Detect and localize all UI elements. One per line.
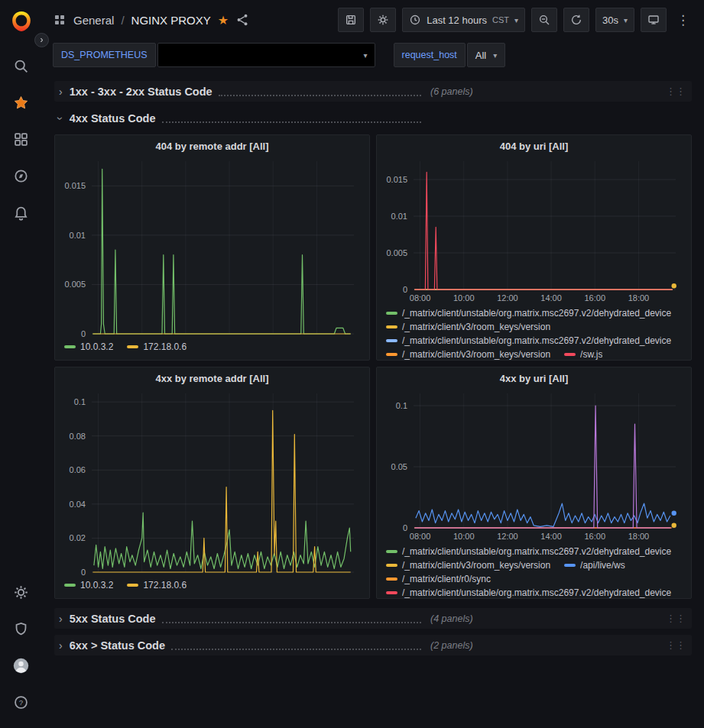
legend-swatch xyxy=(564,564,576,567)
legend-label: 10.0.3.2 xyxy=(80,580,113,590)
panel-chart-area: 08:0010:0012:0014:0016:0018:0000.050.1 xyxy=(377,386,691,543)
favorite-star-icon[interactable]: ★ xyxy=(218,13,229,28)
refresh-button[interactable] xyxy=(563,8,589,32)
row-drag-handle[interactable]: ⋮⋮ xyxy=(666,613,686,624)
dashboard-row-5xx[interactable]: › 5xx Status Code (4 panels) ⋮⋮ xyxy=(54,608,692,629)
datasource-select[interactable]: ▾ xyxy=(157,43,375,67)
sidebar-item-settings[interactable] xyxy=(6,577,37,607)
legend-item[interactable]: /_matrix/client/v3/room_keys/version xyxy=(386,560,550,571)
zoom-out-button[interactable] xyxy=(531,8,557,32)
row-drag-handle[interactable]: ⋮⋮ xyxy=(666,639,686,651)
legend-item[interactable]: /_matrix/client/v3/room_keys/version xyxy=(386,349,550,360)
timeseries-plot[interactable]: 08:0010:0012:0014:0016:0018:0000.0050.01… xyxy=(378,155,688,305)
refresh-interval-select[interactable]: 30s ▾ xyxy=(595,8,634,32)
panel-4xx-by-remote-addr: 4xx by remote addr [All] 08:0010:0012:00… xyxy=(54,367,370,599)
svg-text:0.02: 0.02 xyxy=(70,533,86,542)
legend-label: 10.0.3.2 xyxy=(80,341,113,352)
legend-item[interactable]: 172.18.0.6 xyxy=(127,341,187,352)
svg-text:0.1: 0.1 xyxy=(74,397,86,406)
grafana-logo-icon xyxy=(11,11,32,32)
legend-swatch xyxy=(564,353,576,356)
legend-item[interactable]: /api/live/ws xyxy=(564,560,625,571)
svg-text:0.1: 0.1 xyxy=(396,401,407,410)
dashboard-row-4xx[interactable]: › 4xx Status Code xyxy=(54,108,692,128)
svg-text:14:00: 14:00 xyxy=(540,532,562,541)
clock-icon xyxy=(409,14,421,26)
row-title-group: › 6xx > Status Code xyxy=(59,639,424,652)
chevron-right-icon: › xyxy=(59,86,63,98)
legend-item[interactable]: /_matrix/client/unstable/org.matrix.msc2… xyxy=(386,546,671,557)
sidebar-item-search[interactable] xyxy=(6,50,37,81)
save-dashboard-button[interactable] xyxy=(338,8,364,32)
legend-item[interactable]: /_matrix/client/unstable/org.matrix.msc2… xyxy=(386,587,671,598)
row-title-group: › 4xx Status Code xyxy=(59,112,424,125)
sidebar-item-help[interactable]: ? xyxy=(6,687,37,717)
svg-text:10:00: 10:00 xyxy=(453,293,475,303)
svg-text:0: 0 xyxy=(81,329,86,338)
more-options-button[interactable]: ⋮ xyxy=(673,12,693,28)
dashboard-settings-button[interactable] xyxy=(370,8,396,32)
legend-item[interactable]: /_matrix/client/unstable/org.matrix.msc2… xyxy=(386,308,671,319)
legend-item[interactable]: /sw.js xyxy=(564,349,602,360)
legend-swatch xyxy=(386,578,397,581)
legend-swatch xyxy=(386,591,397,594)
panel-title[interactable]: 4xx by uri [All] xyxy=(377,367,691,386)
sidebar-item-starred[interactable] xyxy=(6,87,37,118)
svg-text:10:00: 10:00 xyxy=(453,532,475,541)
panel-legend: /_matrix/client/unstable/org.matrix.msc2… xyxy=(377,305,691,360)
dashboard-title[interactable]: NGINX PROXY xyxy=(131,14,211,27)
avatar xyxy=(13,658,29,674)
request-host-variable-label[interactable]: request_host xyxy=(394,43,466,67)
time-range-label: Last 12 hours xyxy=(427,15,487,26)
request-host-select[interactable]: All ▾ xyxy=(467,43,505,67)
legend-item[interactable]: /_matrix/client/r0/sync xyxy=(386,574,491,584)
legend-label: 172.18.0.6 xyxy=(143,580,187,590)
shield-icon xyxy=(13,621,29,637)
sidebar-item-profile[interactable] xyxy=(6,650,37,681)
timeseries-plot[interactable]: 08:0010:0012:0014:0016:0018:0000.050.1 xyxy=(378,387,688,543)
gear-icon xyxy=(13,584,29,600)
share-dashboard-button[interactable] xyxy=(235,13,249,27)
sidebar-expand-button[interactable]: › xyxy=(34,33,49,47)
timeseries-plot[interactable]: 08:0010:0012:0014:0016:0018:0000.020.040… xyxy=(57,387,366,577)
svg-text:0.015: 0.015 xyxy=(386,175,407,184)
legend-item[interactable]: /_matrix/client/v3/room_keys/version xyxy=(386,322,550,332)
caret-down-icon: ▾ xyxy=(493,51,497,60)
svg-text:0: 0 xyxy=(403,285,407,294)
time-range-picker[interactable]: Last 12 hours CST ▾ xyxy=(402,8,525,32)
svg-text:12:00: 12:00 xyxy=(497,532,518,541)
chevron-right-icon: › xyxy=(59,639,63,652)
panel-title[interactable]: 4xx by remote addr [All] xyxy=(55,367,369,386)
legend-item[interactable]: 10.0.3.2 xyxy=(64,341,113,352)
panel-title[interactable]: 404 by uri [All] xyxy=(377,135,691,154)
row-drag-handle[interactable]: ⋮⋮ xyxy=(666,86,686,97)
refresh-interval-label: 30s xyxy=(602,15,618,26)
svg-text:14:00: 14:00 xyxy=(540,293,562,303)
legend-swatch xyxy=(64,345,76,348)
panel-title[interactable]: 404 by remote addr [All] xyxy=(55,135,369,154)
svg-text:16:00: 16:00 xyxy=(584,532,605,541)
refresh-icon xyxy=(570,14,582,26)
monitor-icon xyxy=(647,14,660,26)
legend-label: /_matrix/client/r0/sync xyxy=(402,574,491,584)
tv-mode-button[interactable] xyxy=(641,8,667,32)
dashboard-row-6xx[interactable]: › 6xx > Status Code (2 panels) ⋮⋮ xyxy=(54,635,692,655)
breadcrumb-section[interactable]: General xyxy=(73,14,114,27)
sidebar-item-alerting[interactable] xyxy=(6,197,37,228)
dashboards-grid-icon xyxy=(13,131,29,147)
grafana-logo[interactable] xyxy=(11,11,32,32)
dashboard-row-1xx-3xx-2xx[interactable]: › 1xx - 3xx - 2xx Status Code (6 panels)… xyxy=(54,81,692,102)
datasource-variable-label[interactable]: DS_PROMETHEUS xyxy=(53,43,156,67)
timeseries-plot[interactable]: 08:0010:0012:0014:0016:0018:0000.0050.01… xyxy=(57,155,366,338)
topbar: General / NGINX PROXY ★ xyxy=(42,0,704,40)
legend-item[interactable]: /_matrix/client/unstable/org.matrix.msc2… xyxy=(386,335,671,346)
bell-icon xyxy=(13,205,29,221)
legend-label: /_matrix/client/unstable/org.matrix.msc2… xyxy=(402,546,671,557)
legend-item[interactable]: 10.0.3.2 xyxy=(64,580,113,590)
legend-item[interactable]: 172.18.0.6 xyxy=(127,580,187,590)
sidebar-item-server-admin[interactable] xyxy=(6,613,37,644)
sidebar-item-dashboards[interactable] xyxy=(6,124,37,154)
legend-label: 172.18.0.6 xyxy=(143,341,187,352)
sidebar-item-explore[interactable] xyxy=(6,160,37,191)
timezone-label: CST xyxy=(492,15,509,24)
